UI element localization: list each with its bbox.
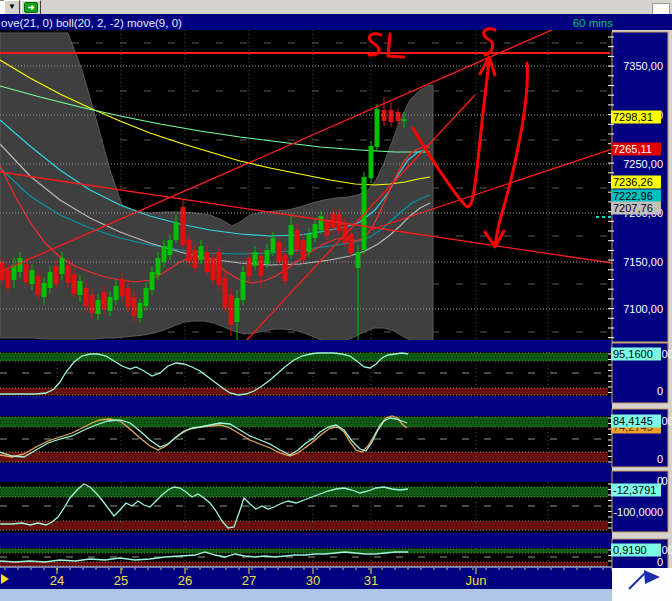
price-tag-value: 7207,76: [613, 202, 653, 214]
indicator-panel-3: [0, 482, 613, 533]
candle: [144, 288, 149, 306]
candle: [162, 246, 167, 262]
date-label: 25: [114, 573, 128, 588]
candle: [114, 286, 119, 300]
candle: [138, 303, 143, 318]
candle: [126, 288, 131, 307]
price-label: 7350,00: [623, 60, 663, 72]
candle: [229, 295, 234, 325]
candle: [313, 224, 318, 238]
candle: [90, 295, 95, 313]
candle: [396, 112, 401, 121]
candle: [211, 258, 216, 280]
candle: [259, 256, 264, 276]
candle: [168, 240, 173, 255]
axis-label-peek: 00: [662, 348, 672, 360]
candle: [96, 300, 101, 314]
chart-surface: ove(21, 0) boll(20, 2, -2) move(9, 0) 60…: [0, 0, 672, 601]
oversold-zone-texture: [0, 452, 608, 462]
candle: [6, 270, 11, 288]
candle: [78, 281, 83, 295]
candle: [283, 255, 288, 281]
date-label: 31: [364, 573, 378, 588]
indicator-axis-label: 0: [657, 556, 663, 568]
indicator-panels: [0, 340, 613, 589]
candle: [289, 225, 294, 255]
candle: [187, 240, 192, 262]
overbought-zone-texture: [0, 549, 608, 553]
candle: [174, 222, 179, 240]
indicator-settings-label: ove(21, 0) boll(20, 2, -2) move(9, 0): [1, 17, 182, 29]
candle: [319, 216, 324, 230]
price-tag: 7222,96: [611, 190, 661, 203]
candle: [36, 276, 41, 295]
candle: [301, 240, 306, 260]
axis-label-peek: 0: [662, 475, 668, 487]
candle: [150, 272, 155, 290]
trading-app-window: ▼ ➜ ove(21, 0) boll(20, 2, -2) move(9, 0…: [0, 0, 672, 601]
indicator-axis-panel-3: 0-100,0000-12,37910: [611, 471, 668, 532]
candle: [402, 119, 407, 121]
oversold-zone-texture: [0, 521, 608, 530]
candle: [120, 279, 125, 296]
price-tag: 7298,31: [611, 111, 661, 124]
date-label: 30: [306, 573, 320, 588]
price-tag: 7207,76: [611, 202, 661, 215]
candle: [18, 258, 23, 272]
indicator-tag-value: 84,4145: [613, 415, 653, 427]
candle: [356, 252, 361, 268]
oversold-zone-texture: [0, 388, 608, 395]
candle: [30, 270, 35, 284]
indicator-axis-panel-2: 074,274584,414500: [611, 409, 672, 467]
timeframe-label: 60 mins: [573, 17, 614, 29]
candle: [132, 297, 137, 316]
candle: [247, 258, 252, 276]
candle: [24, 264, 29, 282]
indicator-axis-label: -100,0000: [613, 506, 663, 518]
candle: [72, 274, 77, 294]
candle: [295, 230, 300, 250]
candle: [193, 250, 198, 268]
candle: [223, 278, 228, 308]
candle: [331, 213, 336, 228]
candle: [307, 234, 312, 252]
axis-label-peek: 000: [662, 544, 672, 556]
bottom-right-corner: [612, 568, 672, 601]
overbought-zone-texture: [0, 417, 608, 427]
candle: [369, 146, 374, 178]
indicator-axis-label: 0: [657, 453, 663, 465]
candle: [102, 292, 107, 309]
candlestick-chart[interactable]: [0, 22, 615, 344]
candle: [325, 220, 330, 236]
price-tag-value: 7265,11: [613, 143, 652, 155]
horizontal-scrollbar[interactable]: [0, 589, 612, 601]
date-label: Jun: [466, 573, 487, 588]
candle: [253, 252, 258, 266]
price-label: 7250,00: [623, 158, 663, 170]
axes: 7350,007300,007250,007200,007150,007100,…: [608, 32, 672, 570]
candle: [60, 258, 65, 274]
price-tag: 7265,11: [611, 143, 661, 156]
indicator-axis-label: 0: [657, 385, 663, 397]
candle: [235, 298, 240, 322]
candle: [217, 252, 222, 285]
price-label: 7100,00: [623, 303, 663, 315]
candle: [54, 266, 59, 284]
indicator-panel-1: [0, 352, 613, 396]
candle: [389, 110, 394, 122]
indicator-tag-value: 0,9190: [613, 544, 647, 556]
price-label: 7150,00: [623, 256, 663, 268]
indicator-tag-value: 95,1600: [613, 348, 653, 360]
date-label: 27: [242, 573, 256, 588]
oversold-zone-texture: [0, 562, 608, 566]
indicator-panel-2: [0, 416, 613, 463]
candle: [42, 283, 47, 297]
indicator-axis-panel-4: 00,9190000: [611, 539, 672, 570]
price-tag: 7236,26: [611, 176, 661, 189]
date-label: 24: [50, 573, 64, 588]
indicator-axis-panel-1: 095,160000: [611, 343, 672, 403]
candle: [349, 234, 354, 253]
candle: [241, 272, 246, 300]
date-label: 26: [178, 573, 192, 588]
candle: [156, 258, 161, 275]
